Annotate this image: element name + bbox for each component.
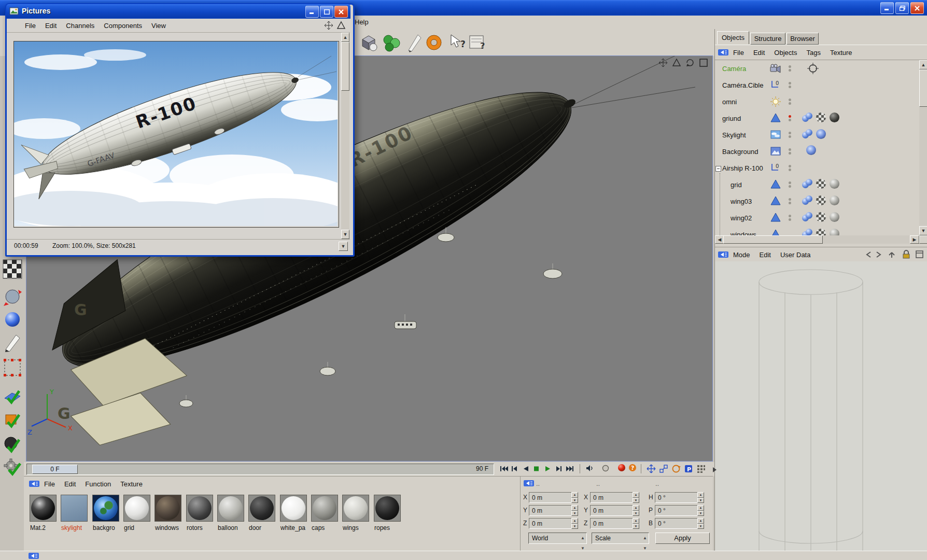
- size-x-field[interactable]: 0 m: [590, 492, 636, 503]
- material-name[interactable]: balloon: [218, 524, 238, 531]
- material-name[interactable]: ropes: [374, 524, 390, 531]
- visibility-dots[interactable]: [788, 97, 792, 107]
- autokey-icon[interactable]: [600, 464, 610, 472]
- move-panel-icon[interactable]: [324, 21, 333, 30]
- tree-row-airship[interactable]: Airship R-100 0: [715, 161, 919, 176]
- scroll-thumb[interactable]: [919, 69, 927, 107]
- null-object-icon[interactable]: 0: [770, 79, 781, 91]
- size-y-field[interactable]: 0 m: [590, 505, 636, 516]
- material-swatch[interactable]: [61, 495, 88, 522]
- tab-browser[interactable]: Browser: [786, 33, 819, 45]
- attr-menu-mode[interactable]: Mode: [728, 251, 755, 259]
- plane-check-icon[interactable]: [3, 386, 22, 405]
- tree-label-wing03[interactable]: wing03: [731, 198, 752, 205]
- material-name[interactable]: door: [249, 524, 261, 531]
- material-swatch[interactable]: [280, 495, 307, 522]
- render-icon[interactable]: [359, 33, 378, 52]
- material-tag-icon[interactable]: [830, 113, 839, 122]
- material-swatch[interactable]: [123, 495, 150, 522]
- pictures-window[interactable]: Pictures File Edit Channels Components V…: [5, 3, 355, 257]
- material-swatch[interactable]: [248, 495, 275, 522]
- rot-b-stepper[interactable]: ▲▼: [697, 518, 704, 529]
- attribute-area[interactable]: [715, 261, 927, 560]
- menu-help[interactable]: Help: [355, 18, 369, 26]
- help-palette-icon[interactable]: ?: [469, 34, 487, 51]
- main-restore-button[interactable]: [895, 2, 909, 14]
- polygon-object-icon[interactable]: [770, 195, 781, 207]
- smoothing-tag-icon[interactable]: [802, 228, 812, 235]
- om-menu-texture[interactable]: Texture: [825, 49, 857, 57]
- material-name[interactable]: Mat.2: [30, 524, 46, 531]
- panel-icon[interactable]: [718, 48, 728, 57]
- object-tree[interactable]: Caméra Caméra.Cible 0 omni griund: [715, 60, 919, 235]
- panel-icon[interactable]: [718, 250, 728, 259]
- mat-menu-function[interactable]: Function: [80, 480, 116, 488]
- apply-button[interactable]: Apply: [655, 533, 710, 544]
- polygon-object-icon[interactable]: [770, 229, 781, 235]
- scroll-up-icon[interactable]: ▲: [919, 60, 927, 69]
- tree-row-wing02[interactable]: wing02: [715, 211, 919, 226]
- material-swatch[interactable]: [217, 495, 244, 522]
- pictures-close-button[interactable]: [334, 6, 348, 18]
- material-name[interactable]: wings: [343, 524, 359, 531]
- coordinate-mode-select[interactable]: Scale ▲▼: [592, 533, 649, 544]
- texture-tag-icon[interactable]: [816, 195, 826, 205]
- record-icon[interactable]: [616, 464, 626, 472]
- up-level-icon[interactable]: [887, 250, 897, 259]
- previous-frame-icon[interactable]: [510, 465, 520, 473]
- material-swatch[interactable]: [186, 495, 213, 522]
- render-settings-icon[interactable]: [382, 33, 401, 52]
- scroll-thumb[interactable]: [723, 235, 823, 244]
- scroll-thumb[interactable]: [341, 42, 349, 91]
- smoothing-tag-icon[interactable]: [802, 112, 812, 122]
- play-icon[interactable]: [543, 465, 553, 473]
- tree-label-omni[interactable]: omni: [722, 98, 737, 106]
- pictures-maximize-button[interactable]: [320, 6, 333, 18]
- rot-h-field[interactable]: 0 °: [655, 492, 700, 503]
- tree-label-camera-target[interactable]: Caméra.Cible: [722, 81, 763, 89]
- sphere-check-icon[interactable]: [3, 435, 22, 454]
- scroll-down-icon[interactable]: ▼: [919, 226, 927, 235]
- visibility-dots[interactable]: [788, 214, 792, 223]
- help-icon[interactable]: ?: [627, 464, 637, 472]
- tree-row-ground[interactable]: griund: [715, 111, 919, 127]
- panel-icon[interactable]: [524, 479, 534, 487]
- tree-label-skylight[interactable]: Skylight: [722, 131, 746, 139]
- timeline-slider[interactable]: 0 F: [32, 465, 78, 474]
- object-tree-hscrollbar[interactable]: ◀ ▶: [715, 235, 927, 244]
- tree-label-wing02[interactable]: wing02: [731, 214, 752, 222]
- om-menu-objects[interactable]: Objects: [769, 49, 802, 57]
- material-name[interactable]: white_pa: [280, 524, 305, 531]
- size-z-stepper[interactable]: ▲▼: [633, 518, 639, 529]
- main-close-button[interactable]: [910, 2, 924, 14]
- attr-menu-edit[interactable]: Edit: [755, 251, 776, 259]
- background-icon[interactable]: [770, 146, 781, 157]
- coordinate-space-select[interactable]: World ▲▼: [528, 533, 587, 544]
- texture-checker-icon[interactable]: [3, 259, 22, 279]
- rot-h-stepper[interactable]: ▲▼: [697, 492, 704, 503]
- record-position-icon[interactable]: [646, 464, 656, 474]
- visibility-dots[interactable]: [788, 197, 792, 206]
- mat-menu-file[interactable]: File: [39, 480, 60, 488]
- record-rotation-icon[interactable]: [671, 464, 681, 474]
- texture-tag-icon[interactable]: [816, 179, 826, 189]
- pos-y-field[interactable]: 0 m: [529, 505, 574, 516]
- material-name[interactable]: grid: [124, 524, 134, 531]
- smoothing-tag-icon[interactable]: [802, 212, 812, 222]
- pen-tool-icon[interactable]: [3, 332, 22, 352]
- blue-sphere-icon[interactable]: [3, 310, 22, 329]
- tree-row-camera[interactable]: Caméra: [715, 61, 919, 77]
- pos-z-stepper[interactable]: ▲▼: [571, 518, 578, 529]
- visibility-dots[interactable]: [788, 147, 792, 157]
- tree-row-grid[interactable]: grid: [715, 177, 919, 193]
- rot-p-field[interactable]: 0 °: [655, 505, 700, 516]
- smoothing-tag-icon[interactable]: [802, 129, 812, 139]
- tree-label-camera[interactable]: Caméra: [722, 65, 746, 73]
- material-name[interactable]: windows: [155, 524, 179, 531]
- material-name[interactable]: rotors: [187, 524, 203, 531]
- pic-menu-view[interactable]: View: [147, 22, 171, 30]
- record-pla-icon[interactable]: [696, 464, 706, 474]
- object-axis-icon[interactable]: [3, 287, 22, 306]
- material-name[interactable]: backgro: [93, 524, 115, 531]
- om-menu-file[interactable]: File: [728, 49, 749, 57]
